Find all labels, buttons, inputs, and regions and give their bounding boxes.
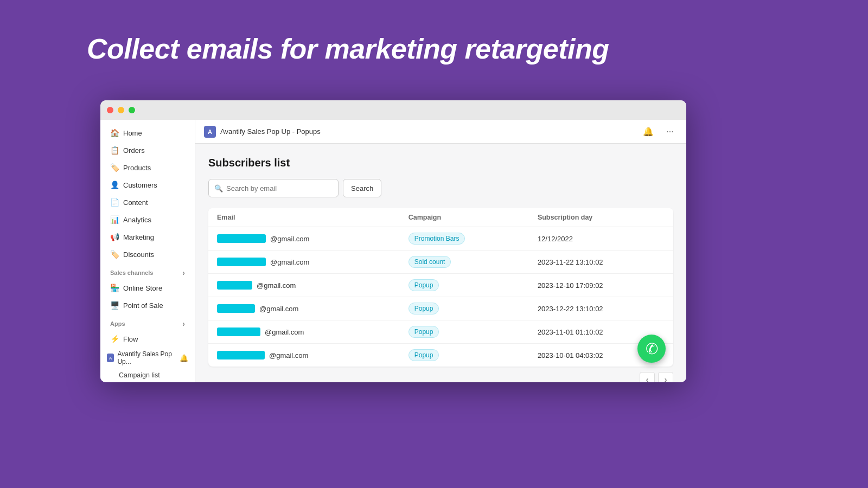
more-options-icon[interactable]: ··· bbox=[662, 124, 678, 139]
prev-page-button[interactable]: ‹ bbox=[640, 372, 655, 382]
app-topbar-right: 🔔 ··· bbox=[641, 124, 678, 139]
sidebar-label-flow: Flow bbox=[123, 335, 138, 343]
email-domain: @gmail.com bbox=[269, 351, 308, 359]
subscription-date: 2023-12-10 17:09:02 bbox=[529, 274, 673, 297]
pos-icon: 🖥️ bbox=[110, 301, 119, 310]
table-row: @gmail.comPopup2023-11-01 01:10:02 bbox=[208, 320, 673, 344]
subscription-date: 2023-12-22 13:10:02 bbox=[529, 297, 673, 320]
sidebar-label-orders: Orders bbox=[123, 146, 145, 155]
table-row: @gmail.comPopup2023-12-22 13:10:02 bbox=[208, 297, 673, 320]
campaign-cell: Popup bbox=[400, 297, 529, 320]
sidebar-item-discounts[interactable]: 🏷️ Discounts bbox=[104, 246, 192, 262]
campaign-cell: Popup bbox=[400, 274, 529, 297]
browser-window: 🏠 Home 📋 Orders 🏷️ Products 👤 Customers … bbox=[100, 100, 686, 382]
email-domain: @gmail.com bbox=[270, 258, 309, 266]
email-cell: @gmail.com bbox=[208, 320, 400, 344]
page-title: Subscribers list bbox=[208, 157, 673, 169]
next-page-button[interactable]: › bbox=[658, 372, 673, 382]
pagination-row: ‹ › bbox=[208, 367, 673, 382]
customers-icon: 👤 bbox=[110, 181, 119, 189]
col-header-campaign: Campaign bbox=[400, 208, 529, 227]
email-domain: @gmail.com bbox=[257, 281, 296, 290]
subscribers-table: Email Campaign Subscription day @gmail.c… bbox=[208, 208, 673, 367]
browser-topbar bbox=[100, 100, 686, 120]
sidebar-label-discounts: Discounts bbox=[123, 251, 154, 259]
email-blur-mask bbox=[217, 304, 255, 313]
sidebar-item-flow[interactable]: ⚡ Flow bbox=[104, 331, 192, 347]
sidebar-item-analytics[interactable]: 📊 Analytics bbox=[104, 211, 192, 228]
campaign-badge: Popup bbox=[409, 303, 439, 314]
app-title: Avantify Sales Pop Up - Popups bbox=[220, 127, 321, 136]
page-headline: Collect emails for marketing retargeting bbox=[87, 33, 609, 65]
main-content: A Avantify Sales Pop Up - Popups 🔔 ··· S… bbox=[195, 120, 686, 382]
search-input[interactable] bbox=[226, 184, 333, 192]
email-domain: @gmail.com bbox=[259, 305, 298, 313]
avantify-app-row[interactable]: A Avantify Sales Pop Up... 🔔 bbox=[100, 348, 195, 368]
sidebar-label-analytics: Analytics bbox=[123, 216, 151, 224]
email-cell: @gmail.com bbox=[208, 227, 400, 251]
email-blur-mask bbox=[217, 234, 266, 243]
sidebar-label-home: Home bbox=[123, 129, 142, 137]
search-row: 🔍 Search bbox=[208, 179, 673, 197]
sidebar-item-marketing[interactable]: 📢 Marketing bbox=[104, 229, 192, 245]
sidebar-item-customers[interactable]: 👤 Customers bbox=[104, 177, 192, 193]
campaign-cell: Popup bbox=[400, 320, 529, 344]
campaign-badge: Popup bbox=[409, 326, 439, 338]
whatsapp-icon: ✆ bbox=[646, 340, 658, 358]
sidebar-item-home[interactable]: 🏠 Home bbox=[104, 125, 192, 141]
sidebar-item-content[interactable]: 📄 Content bbox=[104, 194, 192, 210]
sidebar: 🏠 Home 📋 Orders 🏷️ Products 👤 Customers … bbox=[100, 120, 195, 382]
col-header-email: Email bbox=[208, 208, 400, 227]
browser-dot-minimize[interactable] bbox=[118, 107, 124, 113]
sidebar-item-orders[interactable]: 📋 Orders bbox=[104, 142, 192, 158]
col-header-subscription-day: Subscription day bbox=[529, 208, 673, 227]
email-cell: @gmail.com bbox=[208, 274, 400, 297]
sidebar-sub-campaign-list[interactable]: Campaign list bbox=[104, 369, 192, 382]
search-button[interactable]: Search bbox=[343, 179, 381, 197]
search-icon: 🔍 bbox=[214, 184, 223, 192]
app-topbar: A Avantify Sales Pop Up - Popups 🔔 ··· bbox=[195, 120, 686, 144]
main-inner: Subscribers list 🔍 Search Email Campaign bbox=[195, 144, 686, 382]
sidebar-item-pos[interactable]: 🖥️ Point of Sale bbox=[104, 297, 192, 313]
campaign-cell: Popup bbox=[400, 344, 529, 367]
sidebar-item-products[interactable]: 🏷️ Products bbox=[104, 159, 192, 176]
table-row: @gmail.comSold count2023-11-22 13:10:02 bbox=[208, 251, 673, 274]
sidebar-label-online-store: Online Store bbox=[123, 284, 162, 292]
sidebar-label-marketing: Marketing bbox=[123, 233, 154, 241]
subscription-date: 2023-11-22 13:10:02 bbox=[529, 251, 673, 274]
email-blur-mask bbox=[217, 351, 265, 359]
products-icon: 🏷️ bbox=[110, 163, 119, 172]
subscription-date: 12/12/2022 bbox=[529, 227, 673, 251]
avantify-icon: A bbox=[107, 354, 114, 362]
email-cell: @gmail.com bbox=[208, 344, 400, 367]
browser-dot-maximize[interactable] bbox=[129, 107, 135, 113]
email-domain: @gmail.com bbox=[270, 235, 309, 243]
email-domain: @gmail.com bbox=[265, 328, 304, 336]
online-store-icon: 🏪 bbox=[110, 284, 119, 292]
orders-icon: 📋 bbox=[110, 146, 119, 155]
sidebar-item-online-store[interactable]: 🏪 Online Store bbox=[104, 280, 192, 296]
notification-icon: 🔔 bbox=[180, 354, 188, 362]
search-input-wrap: 🔍 bbox=[208, 179, 339, 197]
home-icon: 🏠 bbox=[110, 129, 119, 137]
email-cell: @gmail.com bbox=[208, 251, 400, 274]
campaign-badge: Promotion Bars bbox=[409, 233, 465, 245]
discounts-icon: 🏷️ bbox=[110, 250, 119, 259]
marketing-icon: 📢 bbox=[110, 233, 119, 241]
campaign-cell: Promotion Bars bbox=[400, 227, 529, 251]
flow-icon: ⚡ bbox=[110, 335, 119, 343]
bell-icon[interactable]: 🔔 bbox=[641, 124, 656, 139]
browser-dot-close[interactable] bbox=[107, 107, 113, 113]
avantify-app-label: Avantify Sales Pop Up... bbox=[117, 350, 176, 365]
email-blur-mask bbox=[217, 328, 260, 336]
campaign-list-label: Campaign list bbox=[119, 371, 160, 379]
analytics-icon: 📊 bbox=[110, 215, 119, 224]
sales-channels-section: Sales channels › bbox=[100, 263, 195, 279]
table-row: @gmail.comPopup2023-10-01 04:03:02 bbox=[208, 344, 673, 367]
sidebar-label-pos: Point of Sale bbox=[123, 301, 163, 310]
campaign-badge: Sold count bbox=[409, 256, 451, 268]
apps-section: Apps › bbox=[100, 314, 195, 330]
campaign-badge: Popup bbox=[409, 349, 439, 361]
browser-body: 🏠 Home 📋 Orders 🏷️ Products 👤 Customers … bbox=[100, 120, 686, 382]
whatsapp-button[interactable]: ✆ bbox=[637, 335, 666, 363]
